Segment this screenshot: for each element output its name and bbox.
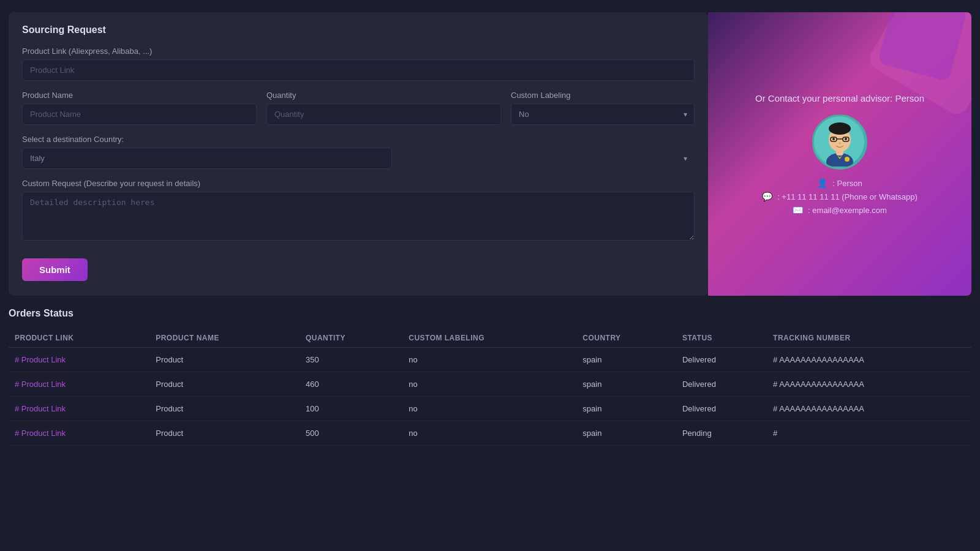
person-icon: 👤: [817, 178, 827, 188]
col-product-name: PRODUCT NAME: [149, 329, 300, 348]
orders-table-header-row: PRODUCT LINK PRODUCT NAME QUANTITY CUSTO…: [9, 329, 971, 348]
top-section: Sourcing Request Product Link (Aliexpres…: [0, 12, 980, 296]
custom-labeling-select[interactable]: No Yes: [511, 103, 695, 125]
quantity-input[interactable]: [266, 103, 501, 125]
orders-table-body: # Product Link Product 350 no spain Deli…: [9, 348, 971, 446]
orders-title: Orders Status: [9, 308, 971, 319]
destination-country-label: Select a destination Country:: [22, 135, 695, 144]
advisor-email: : email@exemple.com: [808, 206, 887, 215]
product-link-group: Product Link (Aliexpress, Alibaba, ...): [22, 47, 695, 81]
advisor-email-row: ✉️ : email@exemple.com: [762, 205, 918, 215]
cell-product-name: Product: [149, 421, 300, 446]
product-name-label: Product Name: [22, 91, 257, 100]
col-quantity: QUANTITY: [300, 329, 402, 348]
cell-custom-labeling: no: [402, 372, 576, 397]
cell-product-link[interactable]: # Product Link: [9, 372, 149, 397]
cell-quantity: 500: [300, 421, 402, 446]
product-link-anchor[interactable]: # Product Link: [15, 380, 66, 389]
table-row: # Product Link Product 500 no spain Pend…: [9, 421, 971, 446]
quantity-label: Quantity: [266, 91, 501, 100]
avatar: [812, 114, 867, 170]
custom-request-label: Custom Request (Describe your request in…: [22, 179, 695, 188]
cell-product-link[interactable]: # Product Link: [9, 348, 149, 372]
cell-tracking: #: [767, 421, 971, 446]
destination-country-group: Select a destination Country: Italy Spai…: [22, 135, 695, 169]
advisor-panel: Or Contact your personal advisor: Person: [708, 12, 971, 296]
svg-point-10: [839, 143, 841, 144]
product-link-input[interactable]: [22, 59, 695, 81]
phone-icon: 💬: [762, 192, 772, 201]
custom-labeling-select-wrapper: No Yes: [511, 103, 695, 125]
custom-labeling-col: Custom Labeling No Yes: [511, 91, 695, 125]
cell-status: Delivered: [676, 397, 767, 421]
col-country: COUNTRY: [576, 329, 676, 348]
table-row: # Product Link Product 350 no spain Deli…: [9, 348, 971, 372]
cell-quantity: 100: [300, 397, 402, 421]
svg-point-8: [832, 138, 835, 140]
cell-country: spain: [576, 372, 676, 397]
cell-country: spain: [576, 348, 676, 372]
product-link-anchor[interactable]: # Product Link: [15, 429, 66, 438]
name-quantity-row: Product Name Quantity Custom Labeling No…: [22, 91, 695, 125]
cell-product-name: Product: [149, 348, 300, 372]
svg-point-12: [845, 157, 850, 162]
cell-tracking: # AAAAAAAAAAAAAAAA: [767, 372, 971, 397]
submit-button[interactable]: Submit: [22, 258, 88, 281]
cell-custom-labeling: no: [402, 421, 576, 446]
col-status: STATUS: [676, 329, 767, 348]
col-custom-labeling: CUSTOM LABELING: [402, 329, 576, 348]
cell-quantity: 350: [300, 348, 402, 372]
cell-country: spain: [576, 397, 676, 421]
cell-custom-labeling: no: [402, 348, 576, 372]
cell-product-link[interactable]: # Product Link: [9, 421, 149, 446]
advisor-name: : Person: [832, 179, 862, 188]
orders-section: Orders Status PRODUCT LINK PRODUCT NAME …: [0, 296, 980, 551]
advisor-phone: : +11 11 11 11 11 (Phone or Whatsapp): [777, 192, 918, 201]
orders-table-head: PRODUCT LINK PRODUCT NAME QUANTITY CUSTO…: [9, 329, 971, 348]
product-link-label: Product Link (Aliexpress, Alibaba, ...): [22, 47, 695, 56]
custom-labeling-label: Custom Labeling: [511, 91, 695, 100]
col-tracking: TRACKING NUMBER: [767, 329, 971, 348]
product-name-input[interactable]: [22, 103, 257, 125]
cell-tracking: # AAAAAAAAAAAAAAAA: [767, 348, 971, 372]
cell-status: Delivered: [676, 348, 767, 372]
form-panel: Sourcing Request Product Link (Aliexpres…: [9, 12, 708, 296]
advisor-phone-row: 💬 : +11 11 11 11 11 (Phone or Whatsapp): [762, 192, 918, 201]
table-row: # Product Link Product 100 no spain Deli…: [9, 397, 971, 421]
cell-tracking: # AAAAAAAAAAAAAAAA: [767, 397, 971, 421]
advisor-name-row: 👤 : Person: [762, 178, 918, 188]
product-link-anchor[interactable]: # Product Link: [15, 355, 66, 364]
table-row: # Product Link Product 460 no spain Deli…: [9, 372, 971, 397]
svg-point-9: [845, 138, 847, 140]
cell-country: spain: [576, 421, 676, 446]
advisor-info: 👤 : Person 💬 : +11 11 11 11 11 (Phone or…: [762, 178, 918, 215]
cell-product-name: Product: [149, 397, 300, 421]
cell-quantity: 460: [300, 372, 402, 397]
custom-request-textarea[interactable]: [22, 192, 695, 241]
col-product-link: PRODUCT LINK: [9, 329, 149, 348]
destination-country-select-wrapper: Italy Spain France Germany USA: [22, 148, 695, 169]
cell-status: Delivered: [676, 372, 767, 397]
destination-country-select[interactable]: Italy Spain France Germany USA: [22, 148, 392, 169]
advisor-title: Or Contact your personal advisor: Person: [755, 93, 924, 103]
form-title: Sourcing Request: [22, 24, 695, 36]
orders-table: PRODUCT LINK PRODUCT NAME QUANTITY CUSTO…: [9, 329, 971, 446]
quantity-col: Quantity: [266, 91, 501, 125]
custom-request-group: Custom Request (Describe your request in…: [22, 179, 695, 242]
page-wrapper: Sourcing Request Product Link (Aliexpres…: [0, 0, 980, 551]
cell-product-name: Product: [149, 372, 300, 397]
cell-status: Pending: [676, 421, 767, 446]
product-name-col: Product Name: [22, 91, 257, 125]
email-icon: ✉️: [793, 205, 803, 215]
cell-custom-labeling: no: [402, 397, 576, 421]
product-link-anchor[interactable]: # Product Link: [15, 404, 66, 413]
svg-point-4: [829, 122, 851, 135]
cell-product-link[interactable]: # Product Link: [9, 397, 149, 421]
